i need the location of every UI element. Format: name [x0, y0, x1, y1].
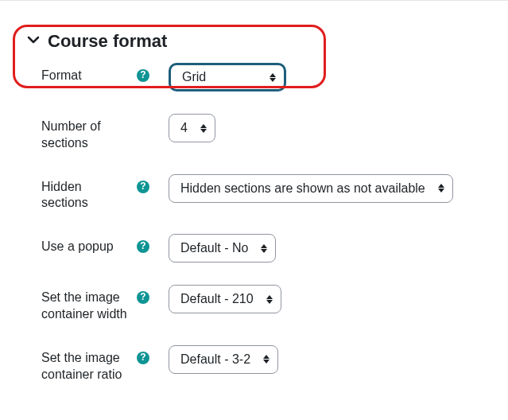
label-use-popup: Use a popup ?: [41, 234, 149, 255]
sort-icon: [263, 355, 270, 364]
settings-page: Course format Format ? Grid Number of se…: [0, 0, 508, 420]
row-format: Format ? Grid: [41, 56, 492, 103]
select-value: 4: [180, 122, 188, 134]
chevron-down-icon: [27, 33, 40, 49]
select-num-sections[interactable]: 4: [169, 114, 215, 142]
form-rows: Format ? Grid Number of sections 4: [0, 56, 508, 394]
label-text: Format: [41, 68, 130, 84]
select-value: Default - 210: [180, 293, 254, 305]
select-hidden-sections[interactable]: Hidden sections are shown as not availab…: [169, 174, 453, 203]
select-value: Hidden sections are shown as not availab…: [180, 182, 425, 195]
label-text: Set the image container width: [41, 290, 130, 323]
select-image-width[interactable]: Default - 210: [169, 285, 281, 313]
row-image-width: Set the image container width ? Default …: [41, 274, 492, 334]
help-icon[interactable]: ?: [137, 240, 149, 253]
row-num-sections: Number of sections 4: [41, 103, 492, 163]
sort-icon: [270, 73, 276, 82]
label-text: Use a popup: [41, 239, 130, 255]
sort-icon: [438, 184, 444, 192]
sort-icon: [200, 124, 207, 133]
section-title: Course format: [48, 31, 167, 52]
help-icon[interactable]: ?: [137, 291, 149, 304]
sort-icon: [266, 295, 273, 304]
select-value: Default - 3-2: [180, 353, 250, 366]
label-text: Number of sections: [41, 119, 130, 152]
label-image-ratio: Set the image container ratio ?: [41, 345, 149, 383]
help-icon[interactable]: ?: [137, 69, 149, 82]
help-icon[interactable]: ?: [137, 352, 149, 364]
select-image-ratio[interactable]: Default - 3-2: [169, 345, 278, 374]
section-toggle-course-format[interactable]: Course format: [0, 25, 508, 56]
label-format: Format ?: [41, 63, 149, 84]
select-format[interactable]: Grid: [169, 63, 286, 91]
select-value: Default - No: [180, 242, 248, 255]
row-hidden-sections: Hidden sections ? Hidden sections are sh…: [41, 163, 492, 224]
label-image-width: Set the image container width ?: [41, 285, 149, 323]
label-text: Hidden sections: [41, 179, 130, 212]
select-use-popup[interactable]: Default - No: [169, 234, 276, 262]
label-text: Set the image container ratio: [41, 350, 130, 383]
select-value: Grid: [182, 71, 206, 84]
row-image-ratio: Set the image container ratio ? Default …: [41, 334, 492, 395]
help-icon[interactable]: ?: [137, 181, 149, 193]
sort-icon: [261, 244, 267, 253]
row-use-popup: Use a popup ? Default - No: [41, 223, 492, 274]
label-hidden-sections: Hidden sections ?: [41, 174, 149, 212]
label-num-sections: Number of sections: [41, 114, 149, 152]
